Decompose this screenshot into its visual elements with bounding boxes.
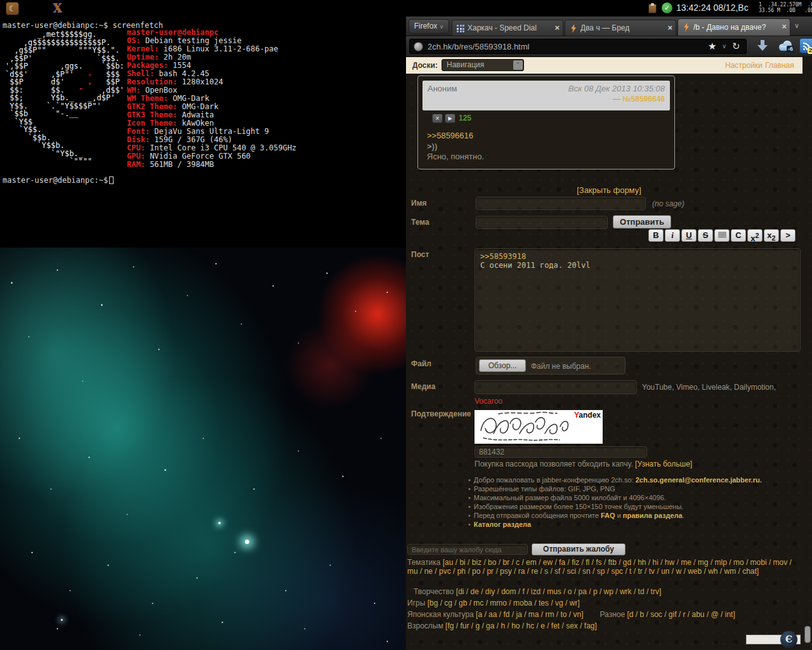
superscript-button[interactable]: x2: [747, 229, 763, 242]
captcha-input[interactable]: [475, 446, 647, 458]
rule-text: .: [683, 512, 684, 519]
file-status: Файл не выбран.: [531, 362, 591, 371]
catalog-link[interactable]: Каталог раздела: [474, 521, 531, 528]
home-link[interactable]: Главная: [765, 61, 794, 70]
info-label: Kernel:: [127, 44, 159, 53]
launcher-icon[interactable]: ☾: [6, 2, 19, 15]
subject-input[interactable]: [476, 216, 608, 229]
category-name: Разное: [600, 610, 627, 619]
url-dropdown-chevron-icon[interactable]: ∨: [722, 43, 726, 50]
tab-bar: Firefox ∨ Харкач - Speed Dial × Два ч — …: [406, 17, 812, 36]
info-row: RAM: 561MB / 3984MB: [127, 161, 296, 169]
format-buttons: B i U S C x2 x2 >: [648, 229, 799, 242]
board-links[interactable]: [bg / cg / gb / mc / mmo / moba / tes / …: [428, 599, 580, 607]
settings-link[interactable]: Настройки: [725, 61, 763, 70]
subscript-button[interactable]: x2: [764, 229, 779, 242]
category-name: Японская культура: [407, 610, 476, 619]
faq-link[interactable]: FAQ: [601, 512, 615, 519]
site-globe-icon[interactable]: [414, 42, 423, 51]
2ch-favicon: [570, 24, 577, 33]
post-author: Аноним: [428, 84, 457, 93]
media-label: Медиа: [411, 382, 435, 391]
underline-button[interactable]: U: [681, 229, 697, 242]
close-icon[interactable]: ×: [554, 23, 560, 32]
quote-line: >)): [427, 142, 437, 151]
firefox-window: Firefox ∨ Харкач - Speed Dial × Два ч — …: [406, 17, 812, 650]
navigation-select[interactable]: Навигацияˇ: [442, 59, 524, 71]
board-links[interactable]: [a / aa / fd / ja / ma / rm / to / vn]: [476, 610, 583, 619]
prompt-text: master-user@debianpc:~$: [3, 176, 108, 185]
quote-button[interactable]: >: [780, 229, 796, 242]
bookmark-star-icon[interactable]: ★: [708, 41, 716, 52]
info-label: WM Theme:: [127, 94, 168, 103]
close-icon[interactable]: ×: [782, 22, 787, 31]
weather-cloud-icon[interactable]: -6: [778, 41, 794, 51]
submit-button[interactable]: Отправить: [613, 215, 671, 229]
board-links[interactable]: [d / b / soc / gif / r / abu / @ / int]: [627, 610, 735, 619]
close-form-link[interactable]: [Закрыть форму]: [406, 185, 812, 195]
bold-button[interactable]: B: [648, 229, 664, 242]
clock: 13:42:24 08/12,Вс: [676, 3, 749, 13]
info-label: WM:: [127, 86, 141, 95]
strike-button[interactable]: S: [698, 229, 713, 242]
xorg-icon[interactable]: X: [53, 1, 62, 15]
file-input[interactable]: Обзор... Файл не выбран.: [476, 357, 625, 375]
rule-text: Добро пожаловать в jabber-конференцию 2c…: [474, 476, 636, 484]
post-text: Ясно, понятно.: [427, 152, 484, 161]
info-value: Intel Core i3 CPU 540 @ 3.059GHz: [150, 143, 296, 152]
board-category-japanese-misc: Японская культура [a / aa / fd / ja / ma…: [407, 611, 802, 620]
updates-ok-tray-icon[interactable]: ✓: [662, 3, 672, 13]
boards-nav-bar: Доски: Навигацияˇ Настройки Главная: [406, 57, 802, 74]
underline-glyph: U: [686, 230, 691, 240]
url-text[interactable]: 2ch.hk/b/res/58593918.html: [428, 42, 529, 51]
browse-button[interactable]: Обзор...: [479, 359, 526, 372]
board-links[interactable]: [di / de / diy / dom / f / izd / mus / o…: [456, 587, 661, 596]
passcode-text: Покупка пасскода позволяет обходить капч…: [475, 460, 635, 468]
close-icon[interactable]: ×: [667, 23, 672, 32]
tab-2ch-thread[interactable]: /b - Давно на дваче? ×: [678, 18, 790, 36]
bullet: •: [468, 521, 471, 528]
terminal-cursor: [109, 176, 114, 184]
passcode-link[interactable]: [Узнать больше]: [635, 460, 692, 468]
dash: —: [613, 95, 622, 103]
board-rules-link[interactable]: правила раздела: [623, 512, 683, 519]
media-input[interactable]: [475, 380, 637, 394]
spoiler-button[interactable]: [714, 229, 730, 242]
jabber-link[interactable]: 2ch.so.general@conference.jabber.ru.: [636, 476, 762, 484]
board-links[interactable]: [au / bi / biz / bo / br / c / em / ew /…: [407, 558, 792, 576]
info-value: 1554: [173, 61, 191, 70]
post-number-link[interactable]: №58596646: [622, 95, 665, 103]
url-bar[interactable]: 2ch.hk/b/res/58593918.html ★ ∨ ↻: [409, 39, 747, 54]
post-text-line: >>58593918: [480, 252, 795, 261]
firefox-menu-button[interactable]: Firefox ∨: [409, 19, 449, 34]
downloads-icon[interactable]: [756, 39, 769, 52]
scrollbar-thumb[interactable]: [804, 626, 811, 643]
speed-dial-icon: [457, 25, 464, 32]
post-textarea[interactable]: >>58593918 С осени 2011 года. 20lvl: [475, 248, 801, 352]
send-complaint-button[interactable]: Отправить жалобу: [532, 543, 625, 555]
terminal-prompt-2[interactable]: master-user@debianpc:~$: [3, 176, 114, 185]
board-links[interactable]: [fg / fur / g / ga / h / ho / hc / e / f…: [445, 621, 597, 630]
tab-list-chevron-icon[interactable]: ∨: [794, 22, 799, 30]
info-value: kAwOken: [182, 119, 214, 128]
passcode-hint: Покупка пасскода позволяет обходить капч…: [475, 460, 692, 468]
board-category-creative: Творчество [di / de / diy / dom / f / iz…: [407, 588, 802, 597]
hide-post-button[interactable]: ×: [432, 114, 443, 123]
clipboard-tray-icon[interactable]: [648, 4, 657, 13]
info-value: Debian testing jessie: [145, 36, 242, 45]
rule-item: •Каталог раздела: [468, 521, 804, 529]
reply-quote-link[interactable]: >>58596616: [427, 131, 473, 140]
tab-speed-dial[interactable]: Харкач - Speed Dial ×: [452, 20, 563, 36]
net-line-2: 33.56 M .0B .0B: [759, 8, 812, 13]
tab-2ch-bred[interactable]: Два ч — Бред ×: [565, 20, 676, 36]
rule-text: Перед отправкой сообщения прочтите: [474, 512, 601, 519]
code-button[interactable]: C: [731, 229, 746, 242]
name-input[interactable]: [476, 197, 646, 210]
expand-post-button[interactable]: ▶: [445, 114, 455, 123]
complaint-input[interactable]: [407, 544, 528, 555]
italic-button[interactable]: i: [665, 229, 680, 242]
info-value: NVidia GeForce GTX 560: [150, 152, 251, 161]
feed-reader-icon[interactable]: 21: [799, 38, 812, 53]
reload-icon[interactable]: ↻: [732, 41, 740, 52]
tab-title: Два ч — Бред: [580, 23, 662, 32]
